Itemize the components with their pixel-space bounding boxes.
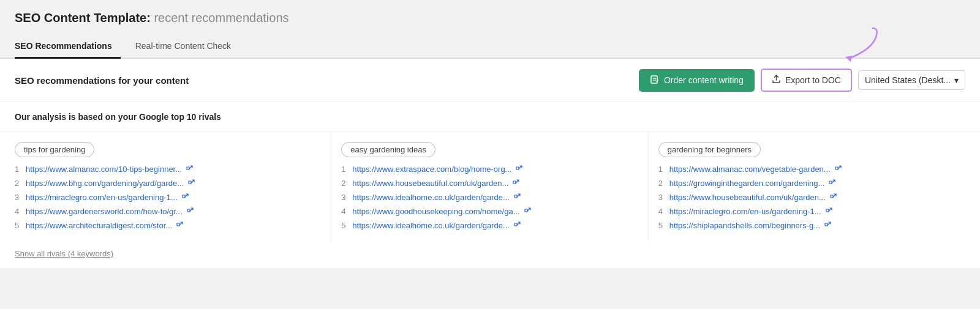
rivals-grid: tips for gardening 1 https://www.almanac… (0, 132, 980, 241)
link-num: 1 (658, 165, 666, 174)
chevron-down-icon: ▾ (954, 75, 959, 85)
external-link-icon (828, 179, 836, 187)
link-num: 3 (658, 193, 666, 202)
page-title-sub: recent recommendations (151, 11, 289, 24)
external-link-icon (825, 207, 833, 215)
rival-links-3: 1 https://www.almanac.com/vegetable-gard… (658, 165, 956, 230)
external-link-icon (186, 207, 194, 215)
rival-links-2: 1 https://www.extraspace.com/blog/home-o… (341, 165, 638, 230)
export-to-doc-button[interactable]: Export to DOC (761, 69, 852, 92)
list-item: 1 https://www.almanac.com/vegetable-gard… (658, 165, 956, 174)
link-url[interactable]: https://www.housebeautiful.com/uk/garden… (352, 179, 508, 188)
tab-seo-recommendations[interactable]: SEO Recommendations (15, 35, 121, 59)
edit-icon (650, 75, 660, 86)
link-url[interactable]: https://miraclegro.com/en-us/gardening-1… (26, 193, 178, 202)
show-all-section: Show all rivals (4 keywords) (0, 241, 980, 268)
list-item: 4 https://www.gardenersworld.com/how-to/… (15, 207, 321, 216)
link-num: 1 (341, 165, 349, 174)
list-item: 3 https://www.housebeautiful.com/uk/gard… (658, 193, 956, 202)
rival-links-1: 1 https://www.almanac.com/10-tips-beginn… (15, 165, 321, 230)
svg-rect-1 (651, 76, 657, 83)
link-num: 3 (15, 193, 22, 202)
external-link-icon (176, 222, 184, 229)
link-url[interactable]: https://www.gardenersworld.com/how-to/gr… (26, 207, 183, 216)
link-num: 2 (15, 179, 22, 188)
order-button-label: Order content writing (664, 75, 744, 85)
link-num: 5 (15, 221, 22, 230)
external-link-icon (513, 222, 521, 229)
header-actions: Order content writing Export to DOC Unit… (639, 69, 965, 92)
list-item: 3 https://miraclegro.com/en-us/gardening… (15, 193, 321, 202)
list-item: 2 https://www.housebeautiful.com/uk/gard… (341, 179, 638, 188)
external-link-icon (524, 207, 532, 215)
external-link-icon (824, 222, 832, 229)
analysis-section: Our analysis is based on your Google top… (0, 102, 980, 132)
export-button-label: Export to DOC (785, 75, 841, 85)
analysis-title: Our analysis is based on your Google top… (15, 112, 221, 122)
content-header: SEO recommendations for your content Ord… (0, 59, 980, 102)
list-item: 5 https://www.idealhome.co.uk/garden/gar… (341, 221, 638, 230)
show-all-rivals-button[interactable]: Show all rivals (4 keywords) (15, 249, 113, 258)
keyword-badge-3: gardening for beginners (658, 142, 761, 157)
external-link-icon (187, 179, 195, 187)
list-item: 4 https://www.goodhousekeeping.com/home/… (341, 207, 638, 216)
link-url[interactable]: https://www.goodhousekeeping.com/home/ga… (352, 207, 519, 216)
tabs-bar: SEO Recommendations Real-time Content Ch… (0, 35, 980, 59)
external-link-icon (515, 165, 523, 173)
link-url[interactable]: https://www.almanac.com/10-tips-beginner… (26, 165, 182, 174)
link-num: 4 (658, 207, 666, 216)
keyword-badge-1: tips for gardening (15, 142, 94, 157)
list-item: 3 https://www.idealhome.co.uk/garden/gar… (341, 193, 638, 202)
region-dropdown[interactable]: United States (Deskt... ▾ (858, 70, 965, 90)
order-content-writing-button[interactable]: Order content writing (639, 69, 755, 92)
page-title-strong: SEO Content Template: (15, 11, 151, 24)
rival-column-3: gardening for beginners 1 https://www.al… (649, 132, 965, 241)
keyword-badge-2: easy gardening ideas (341, 142, 435, 157)
link-url[interactable]: https://miraclegro.com/en-us/gardening-1… (669, 207, 821, 216)
tab-realtime-check[interactable]: Real-time Content Check (135, 35, 239, 59)
external-link-icon (181, 193, 189, 201)
list-item: 2 https://growinginthegarden.com/gardeni… (658, 179, 956, 188)
keyword-label-3: gardening for beginners (668, 145, 752, 154)
link-url[interactable]: https://shiplapandshells.com/beginners-g… (669, 221, 820, 230)
list-item: 5 https://www.architecturaldigest.com/st… (15, 221, 321, 230)
link-url[interactable]: https://www.extraspace.com/blog/home-org… (352, 165, 511, 174)
link-num: 2 (341, 179, 349, 188)
upload-icon (772, 75, 781, 86)
link-num: 3 (341, 193, 349, 202)
link-num: 4 (15, 207, 22, 216)
external-link-icon (512, 179, 520, 187)
link-url[interactable]: https://www.idealhome.co.uk/garden/garde… (352, 193, 510, 202)
keyword-label-1: tips for gardening (24, 145, 85, 154)
keyword-label-2: easy gardening ideas (350, 145, 426, 154)
list-item: 4 https://miraclegro.com/en-us/gardening… (658, 207, 956, 216)
rival-column-2: easy gardening ideas 1 https://www.extra… (331, 132, 648, 241)
link-url[interactable]: https://www.housebeautiful.com/uk/garden… (669, 193, 826, 202)
external-link-icon (513, 193, 521, 201)
page-title: SEO Content Template: recent recommendat… (15, 11, 965, 25)
list-item: 1 https://www.extraspace.com/blog/home-o… (341, 165, 638, 174)
link-url[interactable]: https://www.architecturaldigest.com/stor… (26, 221, 172, 230)
external-link-icon (186, 165, 194, 173)
rival-column-1: tips for gardening 1 https://www.almanac… (15, 132, 331, 241)
link-url[interactable]: https://www.bhg.com/gardening/yard/garde… (26, 179, 184, 188)
list-item: 1 https://www.almanac.com/10-tips-beginn… (15, 165, 321, 174)
link-num: 4 (341, 207, 349, 216)
list-item: 5 https://shiplapandshells.com/beginners… (658, 221, 956, 230)
external-link-icon (829, 193, 837, 201)
link-url[interactable]: https://www.almanac.com/vegetable-garden… (669, 165, 831, 174)
list-item: 2 https://www.bhg.com/gardening/yard/gar… (15, 179, 321, 188)
link-num: 5 (341, 221, 349, 230)
region-label: United States (Deskt... (865, 75, 951, 85)
link-url[interactable]: https://www.idealhome.co.uk/garden/garde… (352, 221, 510, 230)
link-num: 2 (658, 179, 666, 188)
external-link-icon (834, 165, 842, 173)
link-num: 5 (658, 221, 666, 230)
link-num: 1 (15, 165, 22, 174)
section-title: SEO recommendations for your content (15, 75, 189, 86)
link-url[interactable]: https://growinginthegarden.com/gardening… (669, 179, 825, 188)
